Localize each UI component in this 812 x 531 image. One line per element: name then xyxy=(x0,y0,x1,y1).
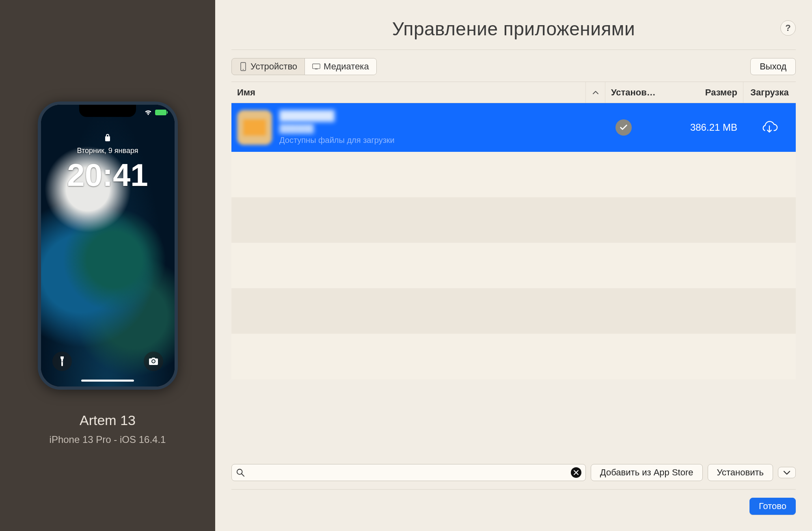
x-icon xyxy=(573,470,579,475)
column-installed[interactable]: Установ… xyxy=(605,82,662,103)
table-row-empty xyxy=(231,197,796,243)
install-menu-button[interactable] xyxy=(778,467,796,478)
device-sidebar: Вторник, 9 января 20:41 Artem 13 iPhone … xyxy=(0,0,215,531)
device-meta-label: iPhone 13 Pro - iOS 16.4.1 xyxy=(50,434,166,445)
tab-device[interactable]: Устройство xyxy=(232,58,304,75)
table-row-empty xyxy=(231,334,796,379)
done-button[interactable]: Готово xyxy=(749,498,796,515)
column-download[interactable]: Загрузка xyxy=(743,82,796,103)
app-vendor-label: ██████ xyxy=(279,124,395,133)
cell-name: ████████ ██████ Доступны файлы для загру… xyxy=(231,103,585,152)
chevron-down-icon xyxy=(783,470,790,475)
device-name-label: Artem 13 xyxy=(80,412,136,428)
clear-search-button[interactable] xyxy=(571,467,581,478)
search-icon xyxy=(236,468,245,477)
camera-icon xyxy=(144,352,163,371)
table-row-empty xyxy=(231,152,796,197)
table-row-empty xyxy=(231,243,796,288)
cell-installed xyxy=(585,103,662,152)
cell-download xyxy=(743,103,796,152)
lockscreen: Вторник, 9 января 20:41 xyxy=(41,133,175,194)
search-input[interactable] xyxy=(248,468,571,477)
table-row-empty xyxy=(231,288,796,334)
exit-button-label: Выход xyxy=(760,61,786,72)
apps-table: Имя Установ… Размер Загрузка ████████ xyxy=(231,82,796,458)
column-name[interactable]: Имя xyxy=(231,82,585,103)
table-body[interactable]: ████████ ██████ Доступны файлы для загру… xyxy=(231,103,796,458)
svg-line-5 xyxy=(242,474,244,476)
home-indicator xyxy=(81,380,134,382)
svg-rect-3 xyxy=(315,69,318,69)
installed-check-icon xyxy=(615,119,632,136)
phone-status-bar xyxy=(145,110,166,115)
device-icon xyxy=(239,61,247,72)
lock-icon xyxy=(104,133,111,143)
app-note-label: Доступны файлы для загрузки xyxy=(279,136,395,145)
app-text: ████████ ██████ Доступны файлы для загру… xyxy=(279,110,395,145)
tab-device-label: Устройство xyxy=(251,61,297,72)
tab-library[interactable]: Медиатека xyxy=(304,58,376,75)
phone-notch xyxy=(79,105,136,117)
add-from-appstore-button[interactable]: Добавить из App Store xyxy=(591,464,703,481)
battery-icon xyxy=(155,110,166,115)
lockscreen-shortcuts xyxy=(41,352,175,371)
footer-row: Добавить из App Store Установить xyxy=(231,458,796,490)
cell-size: 386.21 MB xyxy=(662,103,743,152)
flashlight-icon xyxy=(52,352,72,371)
cloud-download-icon[interactable] xyxy=(760,119,779,136)
column-sort-indicator[interactable] xyxy=(585,82,605,103)
exit-button[interactable]: Выход xyxy=(750,58,796,75)
wifi-icon xyxy=(145,110,152,115)
app-icon xyxy=(237,110,272,145)
done-row: Готово xyxy=(231,490,796,515)
view-segmented-control: Устройство Медиатека xyxy=(231,58,377,75)
help-button[interactable]: ? xyxy=(780,20,796,36)
app-name-label: ████████ xyxy=(279,110,395,121)
lockscreen-time: 20:41 xyxy=(67,157,148,194)
library-icon xyxy=(312,61,320,72)
install-button[interactable]: Установить xyxy=(708,464,773,481)
column-size[interactable]: Размер xyxy=(662,82,743,103)
help-icon: ? xyxy=(785,23,790,33)
device-preview: Вторник, 9 января 20:41 xyxy=(38,101,178,390)
lockscreen-date: Вторник, 9 января xyxy=(77,147,138,155)
chevron-up-icon xyxy=(592,90,599,95)
title-row: Управление приложениями ? xyxy=(231,18,796,50)
main-panel: Управление приложениями ? Устройство Мед… xyxy=(215,0,812,531)
tab-library-label: Медиатека xyxy=(324,61,369,72)
search-field[interactable] xyxy=(231,464,586,481)
svg-point-1 xyxy=(243,69,244,70)
svg-rect-2 xyxy=(313,64,320,69)
table-row[interactable]: ████████ ██████ Доступны файлы для загру… xyxy=(231,103,796,152)
toolbar-row: Устройство Медиатека Выход xyxy=(231,50,796,82)
table-header: Имя Установ… Размер Загрузка xyxy=(231,82,796,103)
page-title: Управление приложениями xyxy=(392,18,635,40)
